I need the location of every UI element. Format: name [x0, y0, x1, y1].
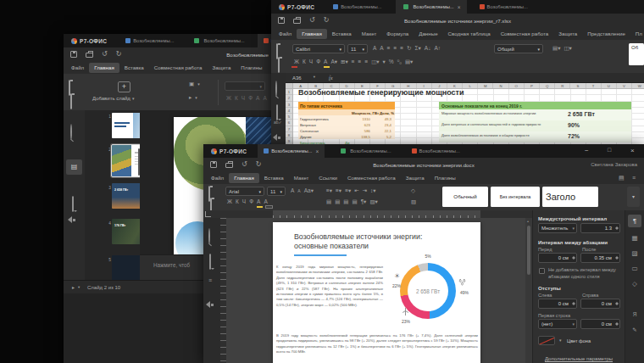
spinner[interactable] — [570, 254, 576, 262]
spinner[interactable] — [613, 299, 619, 308]
align-icons[interactable]: ▤▤▤▤¶▾▨▾ — [325, 199, 380, 205]
comments-icon[interactable] — [209, 254, 211, 270]
spellcheck-icon[interactable]: ab✓ — [274, 120, 282, 125]
select-all-corner[interactable] — [286, 83, 293, 89]
maximize-button[interactable]: □ — [608, 147, 611, 153]
style-no-spacing[interactable]: Без интервала — [491, 187, 540, 207]
menu-formula[interactable]: Формула — [381, 29, 414, 39]
line-spacing-value-input[interactable]: 1.3 — [580, 223, 620, 233]
number-format-select[interactable]: Общий▾ — [494, 44, 543, 53]
close-tab-icon[interactable]: × — [315, 148, 319, 154]
format-icons[interactable]: ЖКЧФАА — [225, 199, 269, 205]
menu-plugins[interactable]: Плагины — [236, 63, 267, 73]
menu-references[interactable]: Ссылки — [314, 173, 342, 183]
spinner[interactable] — [570, 299, 576, 308]
style-normal[interactable]: Обычный — [442, 187, 488, 207]
file-tab-presentation[interactable]: Возобновляемы... — [406, 144, 466, 158]
indent-right-input[interactable]: 0 см — [580, 299, 620, 309]
background-color-swatch[interactable] — [538, 336, 555, 345]
undo-icon[interactable]: ↺ — [242, 161, 247, 168]
file-tab-document[interactable]: Возобновляемы...× — [258, 144, 325, 158]
spinner[interactable] — [613, 320, 619, 328]
signature-settings-icon[interactable]: ✎ — [628, 323, 641, 336]
line-spacing-mode-select[interactable]: Множитель▾ — [538, 223, 577, 233]
add-slide-button[interactable]: + — [118, 81, 130, 92]
table-settings-icon[interactable]: ▦ — [628, 232, 641, 244]
font-name-select[interactable]: Arial▾ — [225, 187, 264, 196]
slide-layout-button[interactable]: ▣▾ — [187, 81, 202, 87]
menu-insert[interactable]: Вставка — [259, 173, 289, 183]
toolbar-row1-icons[interactable]: АА≡≡≡↻Σ▾А↓А↑ — [371, 46, 442, 52]
spinner[interactable] — [613, 224, 619, 232]
first-line-mode-select[interactable]: (нет)▾ — [538, 319, 577, 329]
search-icon[interactable] — [208, 228, 210, 244]
vertical-scrollbar[interactable]: ▴ — [525, 218, 532, 363]
menu-home[interactable]: Главная — [297, 29, 327, 39]
start-slideshow-button[interactable]: ▸▾ — [187, 95, 199, 101]
image-settings-icon[interactable]: ▨ — [628, 247, 641, 260]
scroll-up-icon[interactable]: ▴ — [527, 219, 529, 223]
cell-style-gallery[interactable]: Об — [629, 43, 644, 65]
file-tab-spreadsheet[interactable]: Возобновляемы... — [333, 144, 397, 158]
advanced-settings-link[interactable]: Дополнительные параметры — [533, 356, 625, 361]
close-button[interactable]: × — [630, 147, 635, 154]
menu-home[interactable]: Главная — [229, 173, 259, 183]
slides-panel-icon[interactable]: ▤ — [66, 159, 82, 175]
font-size-select[interactable]: 11▾ — [347, 44, 368, 53]
menu-file[interactable]: Файл — [274, 29, 297, 39]
file-tab-spreadsheet[interactable]: Возобновляемы... — [186, 34, 250, 47]
spinner[interactable] — [613, 254, 619, 262]
menu-insert[interactable]: Вставка — [327, 29, 357, 39]
print-icon[interactable] — [225, 163, 233, 168]
style-heading[interactable]: Заголо — [542, 187, 598, 207]
document-page[interactable]: Возобновляемые источники энергии: основн… — [273, 222, 480, 363]
menu-collaboration[interactable]: Совместная работа — [342, 173, 401, 183]
menu-file[interactable]: Файл — [66, 63, 89, 73]
menu-data[interactable]: Данные — [414, 29, 442, 39]
chevron-down-icon[interactable]: ▾ — [559, 338, 562, 343]
list-icons[interactable]: ≡▾≡▾≡▾⇤⇥↕▾ — [325, 188, 378, 194]
save-icon[interactable] — [70, 51, 77, 58]
shading-icon[interactable]: ▨ — [409, 199, 418, 205]
print-icon[interactable] — [86, 53, 93, 58]
save-icon[interactable] — [210, 161, 217, 168]
header-footer-settings-icon[interactable]: ▭ — [628, 262, 641, 275]
menu-home[interactable]: Главная — [89, 63, 119, 73]
cond-format-icon[interactable]: ▤▾◫▾ — [551, 46, 574, 52]
menu-protection[interactable]: Защита — [553, 29, 582, 39]
paragraph-settings-icon[interactable]: ¶ — [628, 215, 641, 227]
first-line-value-input[interactable]: 0 см — [580, 319, 620, 329]
menu-collaboration[interactable]: Совместная работа — [149, 63, 208, 73]
chevron-down-icon[interactable]: ▾ — [78, 286, 80, 290]
copy-style-icon[interactable] — [278, 57, 280, 73]
undo-icon[interactable]: ↺ — [102, 51, 108, 58]
save-icon[interactable] — [278, 17, 285, 24]
copy-style-icon[interactable] — [70, 93, 72, 109]
spacing-after-input[interactable]: 0.35 см — [580, 253, 620, 263]
close-tab-icon[interactable]: × — [458, 4, 461, 10]
file-tab-spreadsheet[interactable]: Возобновляемы...× — [396, 0, 466, 14]
chevron-down-icon[interactable]: ▾ — [314, 75, 315, 80]
menu-collaboration[interactable]: Совместная работа — [496, 29, 554, 39]
textart-settings-icon[interactable]: Я — [628, 308, 641, 321]
case-icons[interactable]: АААа▾ — [289, 188, 315, 194]
menu-layout[interactable]: Макет — [289, 173, 314, 183]
clear-style-icon[interactable]: ◇ — [409, 188, 417, 194]
menu-view[interactable]: Представление — [582, 29, 630, 39]
view-settings-icon[interactable]: ≡ — [632, 175, 636, 181]
menu-protection[interactable]: Защита — [207, 63, 236, 73]
menu-protection[interactable]: Защита — [401, 173, 430, 183]
redo-icon[interactable]: ↻ — [324, 17, 330, 24]
font-name-select[interactable]: Calibri▾ — [292, 44, 345, 53]
indent-left-input[interactable]: 0 см — [538, 299, 577, 309]
start-slideshow-icon[interactable]: ▸ — [72, 285, 75, 290]
undo-icon[interactable]: ↺ — [309, 17, 315, 24]
navigation-icon[interactable]: ≡ — [208, 277, 212, 283]
menu-pivot[interactable]: Сводная таблица — [443, 29, 496, 39]
vertical-ruler[interactable] — [220, 218, 226, 363]
minimize-button[interactable]: − — [585, 147, 589, 154]
redo-icon[interactable]: ↻ — [256, 161, 262, 168]
open-location-icon[interactable]: ▤ — [619, 175, 625, 181]
file-tab-presentation[interactable]: Возобновляемы... — [474, 0, 534, 14]
scrollbar-thumb[interactable] — [527, 226, 530, 275]
